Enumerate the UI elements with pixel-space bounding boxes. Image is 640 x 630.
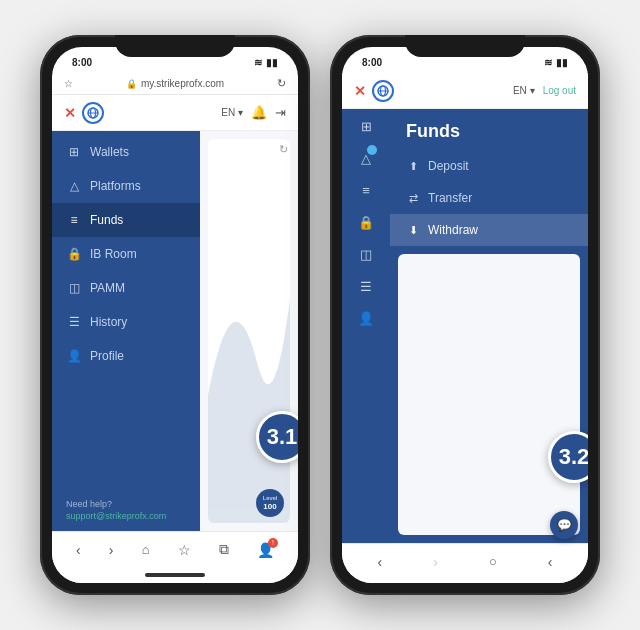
time-2: 8:00 bbox=[362, 57, 382, 68]
refresh-content-icon[interactable]: ↻ bbox=[279, 139, 288, 157]
url-1[interactable]: my.strikeprofx.com bbox=[141, 78, 224, 89]
chat-fab-2[interactable]: 💬 bbox=[550, 511, 578, 539]
deposit-label: Deposit bbox=[428, 159, 469, 173]
sidebar-item-platforms[interactable]: △ Platforms bbox=[52, 169, 200, 203]
fs-history[interactable]: ☰ bbox=[356, 277, 376, 295]
battery-icon-1: ▮▮ bbox=[266, 57, 278, 68]
help-link-1[interactable]: support@strikeprofx.com bbox=[66, 511, 186, 521]
fs-ib[interactable]: 🔒 bbox=[354, 213, 378, 231]
funds-sidebar-2: ⊞ △ ≡ 🔒 ◫ bbox=[342, 109, 390, 543]
home-button-1[interactable]: ⌂ bbox=[142, 542, 150, 557]
ibroom-label: IB Room bbox=[90, 247, 137, 261]
fs-platforms-icon: △ bbox=[357, 147, 375, 170]
level-badge-1: Level 100 bbox=[256, 489, 284, 517]
wallets-label: Wallets bbox=[90, 145, 129, 159]
sidebar-item-history[interactable]: ☰ History bbox=[52, 305, 200, 339]
history-label: History bbox=[90, 315, 127, 329]
forward-button-1[interactable]: › bbox=[109, 542, 114, 558]
lang-selector-1[interactable]: EN ▾ bbox=[221, 107, 243, 118]
pamm-icon: ◫ bbox=[66, 281, 82, 295]
header-left-1: ✕ bbox=[64, 102, 104, 124]
fs-platforms[interactable]: △ bbox=[357, 149, 375, 167]
funds-transfer[interactable]: ⇄ Transfer bbox=[390, 182, 588, 214]
platforms-label: Platforms bbox=[90, 179, 141, 193]
pamm-label: PAMM bbox=[90, 281, 125, 295]
content-area-1: Level 100 ↻ bbox=[200, 131, 298, 531]
fs-funds[interactable]: ≡ bbox=[358, 181, 374, 199]
help-text-1: Need help? bbox=[66, 499, 112, 509]
fs-profile[interactable]: 👤 bbox=[354, 309, 378, 327]
battery-icon-2: ▮▮ bbox=[556, 57, 568, 68]
connectivity-1: ≋ ▮▮ bbox=[254, 57, 278, 68]
content-placeholder-1: Level 100 bbox=[208, 139, 290, 523]
star-icon-1: ☆ bbox=[64, 78, 73, 89]
sidebar-item-wallets[interactable]: ⊞ Wallets bbox=[52, 135, 200, 169]
logout-link-2[interactable]: Log out bbox=[543, 85, 576, 96]
profile-label: Profile bbox=[90, 349, 124, 363]
notch-2 bbox=[405, 35, 525, 57]
home-bar-1 bbox=[145, 573, 205, 577]
main-content-1: ⊞ Wallets △ Platforms ≡ Funds 🔒 IB Room bbox=[52, 131, 298, 531]
withdraw-icon: ⬇ bbox=[406, 224, 420, 237]
fs-funds-icon: ≡ bbox=[358, 179, 374, 202]
transfer-icon: ⇄ bbox=[406, 192, 420, 205]
menu-icon-1[interactable]: 👤! bbox=[257, 542, 274, 558]
back-button-2[interactable]: ‹ bbox=[378, 554, 383, 570]
sidebar-1: ⊞ Wallets △ Platforms ≡ Funds 🔒 IB Room bbox=[52, 131, 200, 531]
notification-dot bbox=[367, 145, 377, 155]
funds-icon: ≡ bbox=[66, 213, 82, 227]
bell-icon-1[interactable]: 🔔 bbox=[251, 105, 267, 120]
close-button-1[interactable]: ✕ bbox=[64, 105, 76, 121]
level-label: Level bbox=[263, 495, 277, 502]
time-1: 8:00 bbox=[72, 57, 92, 68]
close-button-2[interactable]: ✕ bbox=[354, 83, 366, 99]
tabs-icon-1[interactable]: ⧉ bbox=[219, 541, 229, 558]
logout-icon-1[interactable]: ⇥ bbox=[275, 105, 286, 120]
app-header-1: ✕ EN ▾ 🔔 ⇥ bbox=[52, 95, 298, 131]
sidebar-footer-1: Need help? support@strikeprofx.com bbox=[52, 489, 200, 531]
home-button-2[interactable]: ○ bbox=[489, 554, 497, 569]
fs-wallets[interactable]: ⊞ bbox=[357, 117, 376, 135]
history-icon: ☰ bbox=[66, 315, 82, 329]
logo-1 bbox=[82, 102, 104, 124]
back-gesture-2[interactable]: ‹ bbox=[548, 554, 553, 570]
step-label-1: 3.1 bbox=[267, 424, 298, 450]
step-label-2: 3.2 bbox=[559, 444, 588, 470]
app-header-2: ✕ EN ▾ Log out bbox=[342, 73, 588, 109]
phone-1: 8:00 ≋ ▮▮ ☆ 🔒 my.strikeprofx.com ↻ ✕ bbox=[40, 35, 310, 595]
funds-withdraw[interactable]: ⬇ Withdraw bbox=[390, 214, 588, 246]
forward-button-2[interactable]: › bbox=[433, 554, 438, 570]
lock-icon-1: 🔒 bbox=[126, 79, 137, 89]
screen-1: 8:00 ≋ ▮▮ ☆ 🔒 my.strikeprofx.com ↻ ✕ bbox=[52, 47, 298, 583]
funds-deposit[interactable]: ⬆ Deposit bbox=[390, 150, 588, 182]
funds-content-area bbox=[398, 254, 580, 535]
level-value: 100 bbox=[263, 502, 277, 512]
wallets-icon: ⊞ bbox=[66, 145, 82, 159]
fs-history-icon: ☰ bbox=[356, 275, 376, 298]
sidebar-item-funds[interactable]: ≡ Funds bbox=[52, 203, 200, 237]
sidebar-item-ib-room[interactable]: 🔒 IB Room bbox=[52, 237, 200, 271]
notch-1 bbox=[115, 35, 235, 57]
back-button-1[interactable]: ‹ bbox=[76, 542, 81, 558]
sidebar-item-profile[interactable]: 👤 Profile bbox=[52, 339, 200, 373]
sidebar-item-pamm[interactable]: ◫ PAMM bbox=[52, 271, 200, 305]
screen-2: 8:00 ≋ ▮▮ ✕ bbox=[342, 47, 588, 583]
refresh-icon-1[interactable]: ↻ bbox=[277, 77, 286, 90]
bottom-spacer-2 bbox=[342, 579, 588, 583]
lang-selector-2[interactable]: EN ▾ bbox=[513, 85, 535, 96]
connectivity-2: ≋ ▮▮ bbox=[544, 57, 568, 68]
ibroom-icon: 🔒 bbox=[66, 247, 82, 261]
header-right-2: EN ▾ Log out bbox=[513, 85, 576, 96]
fs-pamm[interactable]: ◫ bbox=[356, 245, 376, 263]
address-bar-1: ☆ 🔒 my.strikeprofx.com ↻ bbox=[52, 73, 298, 95]
funds-title-2: Funds bbox=[390, 109, 588, 150]
profile-icon: 👤 bbox=[66, 349, 82, 363]
header-right-1: EN ▾ 🔔 ⇥ bbox=[221, 105, 286, 120]
bottom-nav-1: ‹ › ⌂ ☆ ⧉ 👤! bbox=[52, 531, 298, 567]
star-nav-icon-1[interactable]: ☆ bbox=[178, 542, 191, 558]
platforms-icon: △ bbox=[66, 179, 82, 193]
withdraw-label: Withdraw bbox=[428, 223, 478, 237]
fs-wallets-icon: ⊞ bbox=[357, 115, 376, 138]
wifi-icon-2: ≋ bbox=[544, 57, 552, 68]
funds-label: Funds bbox=[90, 213, 123, 227]
